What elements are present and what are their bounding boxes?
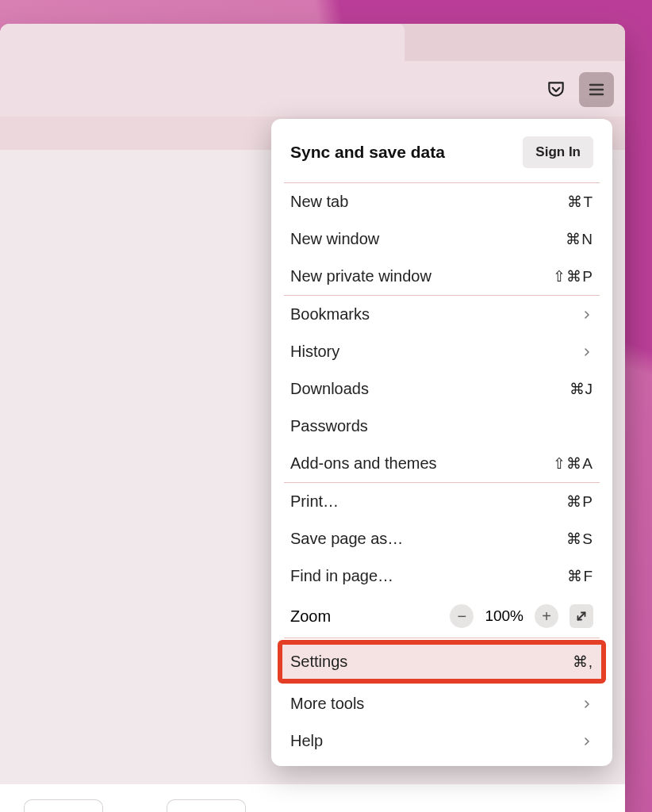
zoom-label: Zoom <box>290 607 331 626</box>
toolbar <box>0 61 625 117</box>
menu-item-label: New private window <box>290 267 431 285</box>
dock-item[interactable] <box>167 799 246 812</box>
hamburger-icon <box>587 80 606 99</box>
menu-item-label: History <box>290 343 339 361</box>
menu-item-bookmarks[interactable]: Bookmarks <box>284 296 600 333</box>
dock <box>24 799 246 812</box>
fullscreen-button[interactable] <box>570 604 593 628</box>
menu-item-label: Downloads <box>290 380 369 398</box>
menu-header: Sync and save data Sign In <box>284 119 600 182</box>
menu-item-shortcut: ⌘, <box>573 653 593 671</box>
menu-item-label: Print… <box>290 492 339 511</box>
pocket-icon <box>546 79 566 100</box>
svg-line-3 <box>578 613 585 620</box>
menu-item-shortcut: ⌘F <box>567 567 593 585</box>
app-menu-button[interactable] <box>579 72 614 107</box>
menu-item-shortcut: ⌘S <box>566 530 593 548</box>
menu-item-label: Settings <box>290 653 347 671</box>
pocket-button[interactable] <box>543 76 570 103</box>
menu-item-shortcut: ⌘T <box>567 193 593 211</box>
menu-item-settings[interactable]: Settings ⌘, <box>281 643 603 680</box>
menu-item-label: New window <box>290 230 379 248</box>
menu-item-shortcut: ⇧⌘P <box>553 267 593 285</box>
menu-item-downloads[interactable]: Downloads ⌘J <box>284 370 600 408</box>
menu-item-history[interactable]: History <box>284 333 600 370</box>
menu-item-print[interactable]: Print… ⌘P <box>284 483 600 520</box>
chevron-right-icon <box>581 308 593 321</box>
menu-item-passwords[interactable]: Passwords <box>284 408 600 445</box>
menu-item-save-page[interactable]: Save page as… ⌘S <box>284 520 600 557</box>
chevron-right-icon <box>581 698 593 710</box>
menu-item-label: Passwords <box>290 417 368 435</box>
menu-item-label: Save page as… <box>290 530 403 548</box>
zoom-out-button[interactable]: − <box>450 604 474 628</box>
menu-item-label: New tab <box>290 193 348 211</box>
chevron-right-icon <box>581 346 593 358</box>
chevron-right-icon <box>581 735 593 748</box>
menu-item-label: Bookmarks <box>290 305 370 324</box>
menu-item-new-window[interactable]: New window ⌘N <box>284 220 600 258</box>
menu-item-shortcut: ⌘P <box>566 492 593 511</box>
menu-item-label: Add-ons and themes <box>290 454 437 473</box>
sign-in-button[interactable]: Sign In <box>523 136 593 168</box>
menu-item-new-tab[interactable]: New tab ⌘T <box>284 183 600 220</box>
fullscreen-icon <box>574 609 589 623</box>
menu-item-zoom: Zoom − 100% + <box>284 595 600 638</box>
zoom-in-button[interactable]: + <box>535 604 558 628</box>
zoom-value: 100% <box>485 607 524 625</box>
menu-item-shortcut: ⇧⌘A <box>553 454 593 473</box>
app-menu-panel: Sync and save data Sign In New tab ⌘T Ne… <box>271 119 612 766</box>
dock-item[interactable] <box>24 799 103 812</box>
menu-item-new-private-window[interactable]: New private window ⇧⌘P <box>284 258 600 295</box>
menu-item-shortcut: ⌘N <box>566 230 593 248</box>
active-tab[interactable] <box>0 24 405 61</box>
menu-item-help[interactable]: Help <box>284 722 600 766</box>
menu-item-find-in-page[interactable]: Find in page… ⌘F <box>284 557 600 595</box>
menu-item-addons[interactable]: Add-ons and themes ⇧⌘A <box>284 445 600 482</box>
menu-sync-title: Sync and save data <box>290 143 445 162</box>
menu-item-label: Help <box>290 732 323 750</box>
browser-window: Sync and save data Sign In New tab ⌘T Ne… <box>0 24 625 812</box>
menu-item-more-tools[interactable]: More tools <box>284 685 600 722</box>
menu-item-label: More tools <box>290 695 364 713</box>
menu-item-shortcut: ⌘J <box>570 380 594 398</box>
menu-divider <box>284 638 600 638</box>
menu-item-label: Find in page… <box>290 567 393 585</box>
tab-strip <box>0 24 625 61</box>
